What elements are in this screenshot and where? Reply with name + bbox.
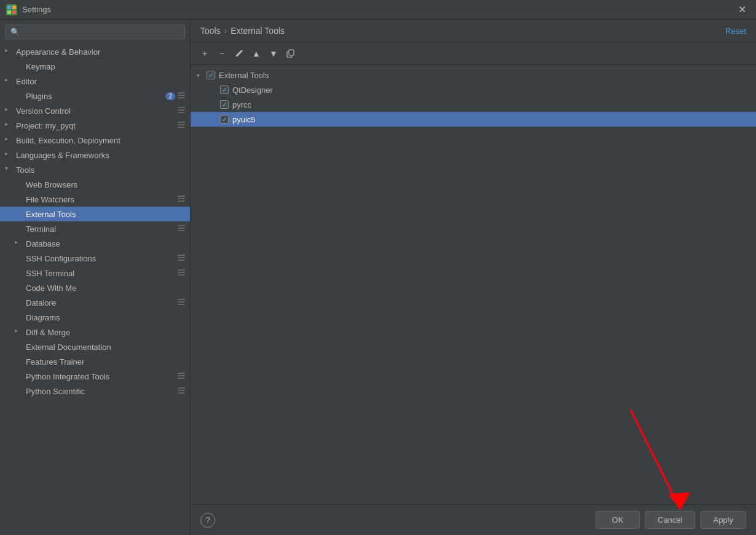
sidebar-item-tools[interactable]: Tools xyxy=(0,162,190,177)
svg-rect-28 xyxy=(178,373,185,374)
search-input[interactable] xyxy=(5,25,185,39)
help-button[interactable]: ? xyxy=(200,513,215,528)
tools-tree-item-pyuic5[interactable]: pyuic5 xyxy=(191,112,756,127)
sidebar-item-label: Terminal xyxy=(26,224,175,234)
apply-button[interactable]: Apply xyxy=(700,511,746,529)
arrow-icon xyxy=(15,268,25,278)
svg-rect-31 xyxy=(178,387,185,389)
sidebar-tree: Appearance & BehaviorKeymapEditorPlugins… xyxy=(0,44,190,535)
sidebar-item-label: Python Integrated Tools xyxy=(26,372,175,381)
svg-rect-19 xyxy=(178,255,185,256)
arrow-icon xyxy=(15,386,25,396)
sidebar-item-version-control[interactable]: Version Control xyxy=(0,103,190,118)
sidebar-item-external-tools[interactable]: External Tools xyxy=(0,207,190,221)
sidebar-item-keymap[interactable]: Keymap xyxy=(0,59,190,74)
sidebar-item-label: SSH Terminal xyxy=(26,269,175,278)
sidebar-item-ssh-configurations[interactable]: SSH Configurations xyxy=(0,251,190,266)
tool-checkbox[interactable] xyxy=(220,85,229,94)
sidebar-item-database[interactable]: Database xyxy=(0,236,190,251)
settings-icon[interactable] xyxy=(178,92,185,100)
settings-icon[interactable] xyxy=(178,254,185,263)
cancel-button[interactable]: Cancel xyxy=(645,511,695,529)
sidebar-item-label: Build, Execution, Deployment xyxy=(16,136,185,145)
arrow-icon xyxy=(15,298,25,307)
move-down-button[interactable]: ▼ xyxy=(266,46,282,61)
sidebar-item-label: Diagrams xyxy=(26,313,185,322)
tool-checkbox[interactable] xyxy=(207,71,215,79)
arrow-icon xyxy=(5,165,15,175)
sidebar-item-project[interactable]: Project: my_pyqt xyxy=(0,118,190,133)
titlebar: Settings ✕ xyxy=(0,0,756,20)
tool-label: pyrcc xyxy=(232,100,251,109)
sidebar-item-external-documentation[interactable]: External Documentation xyxy=(0,339,190,354)
sidebar-item-label: Web Browsers xyxy=(26,180,185,189)
sidebar-item-web-browsers[interactable]: Web Browsers xyxy=(0,177,190,192)
svg-rect-10 xyxy=(178,122,185,123)
sidebar-item-label: External Tools xyxy=(26,210,185,219)
sidebar-item-label: Plugins xyxy=(26,92,163,101)
ok-button[interactable]: OK xyxy=(596,511,640,529)
sidebar-item-languages[interactable]: Languages & Frameworks xyxy=(0,148,190,162)
svg-rect-20 xyxy=(178,257,185,258)
svg-rect-29 xyxy=(178,375,185,376)
arrow-icon xyxy=(15,371,25,381)
svg-rect-4 xyxy=(178,92,185,93)
settings-icon[interactable] xyxy=(178,269,185,277)
svg-rect-14 xyxy=(178,198,185,199)
tool-label: QtDesigner xyxy=(232,85,273,95)
sidebar-item-python-scientific[interactable]: Python Scientific xyxy=(0,384,190,398)
arrow-icon xyxy=(15,253,25,263)
sidebar-item-label: Datalore xyxy=(26,298,175,307)
svg-rect-7 xyxy=(178,107,185,108)
sidebar-item-label: Features Trainer xyxy=(26,357,185,367)
tool-checkbox[interactable] xyxy=(220,115,229,124)
sidebar-item-editor[interactable]: Editor xyxy=(0,74,190,89)
svg-rect-30 xyxy=(178,378,185,379)
sidebar-item-diff-merge[interactable]: Diff & Merge xyxy=(0,325,190,339)
close-button[interactable]: ✕ xyxy=(734,2,750,17)
settings-icon[interactable] xyxy=(178,298,185,307)
sidebar-item-python-integrated-tools[interactable]: Python Integrated Tools xyxy=(0,369,190,384)
svg-rect-5 xyxy=(178,95,185,96)
sidebar-item-label: Version Control xyxy=(16,106,175,116)
sidebar-item-appearance[interactable]: Appearance & Behavior xyxy=(0,44,190,59)
edit-button[interactable] xyxy=(231,46,247,61)
arrow-icon xyxy=(15,224,25,234)
settings-icon[interactable] xyxy=(178,106,185,115)
sidebar-item-ssh-terminal[interactable]: SSH Terminal xyxy=(0,266,190,280)
settings-icon[interactable] xyxy=(178,372,185,381)
settings-icon[interactable] xyxy=(178,121,185,130)
tools-tree-item-external-tools-root[interactable]: External Tools xyxy=(191,68,756,82)
settings-icon[interactable] xyxy=(178,387,185,395)
sidebar-item-features-trainer[interactable]: Features Trainer xyxy=(0,354,190,369)
tools-tree-item-pyrcc[interactable]: pyrcc xyxy=(191,97,756,112)
sidebar-item-terminal[interactable]: Terminal xyxy=(0,221,190,236)
arrow-icon xyxy=(15,327,25,337)
svg-rect-25 xyxy=(178,299,185,300)
add-button[interactable]: + xyxy=(197,46,213,61)
breadcrumb-tools[interactable]: Tools xyxy=(200,26,221,36)
sidebar-item-code-with-me[interactable]: Code With Me xyxy=(0,280,190,295)
remove-button[interactable]: − xyxy=(214,46,230,61)
settings-icon[interactable] xyxy=(178,224,185,233)
sidebar-item-diagrams[interactable]: Diagrams xyxy=(0,310,190,325)
svg-rect-21 xyxy=(178,260,185,261)
settings-window: Settings ✕ Appearance & BehaviorKeymapEd… xyxy=(0,0,756,535)
arrow-icon xyxy=(15,342,25,352)
tools-tree-item-qtdesigner[interactable]: QtDesigner xyxy=(191,82,756,97)
arrow-icon xyxy=(5,150,15,160)
reset-link[interactable]: Reset xyxy=(725,26,746,36)
sidebar-item-file-watchers[interactable]: File Watchers xyxy=(0,192,190,207)
sidebar-item-label: Tools xyxy=(16,165,185,175)
copy-button[interactable] xyxy=(283,46,299,61)
sidebar-item-plugins[interactable]: Plugins2 xyxy=(0,89,190,103)
sidebar-item-datalore[interactable]: Datalore xyxy=(0,295,190,310)
svg-rect-16 xyxy=(178,225,185,226)
sidebar-item-build[interactable]: Build, Execution, Deployment xyxy=(0,133,190,148)
bottom-bar: ? OK Cancel Apply xyxy=(191,504,756,535)
tool-checkbox[interactable] xyxy=(220,100,229,109)
move-up-button[interactable]: ▲ xyxy=(248,46,264,61)
svg-rect-2 xyxy=(7,10,11,14)
settings-icon[interactable] xyxy=(178,195,185,204)
svg-rect-18 xyxy=(178,230,185,231)
